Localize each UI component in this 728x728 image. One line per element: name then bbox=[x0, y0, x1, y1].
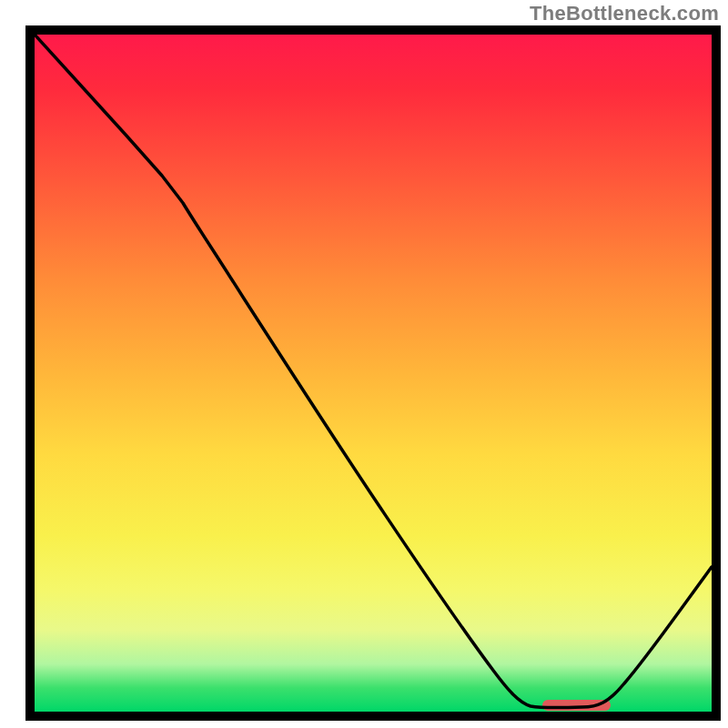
chart-container: TheBottleneck.com bbox=[0, 0, 728, 728]
bottleneck-curve bbox=[35, 35, 712, 708]
curve-layer bbox=[35, 35, 712, 712]
watermark-text: TheBottleneck.com bbox=[530, 2, 719, 25]
plot-frame bbox=[25, 25, 721, 721]
